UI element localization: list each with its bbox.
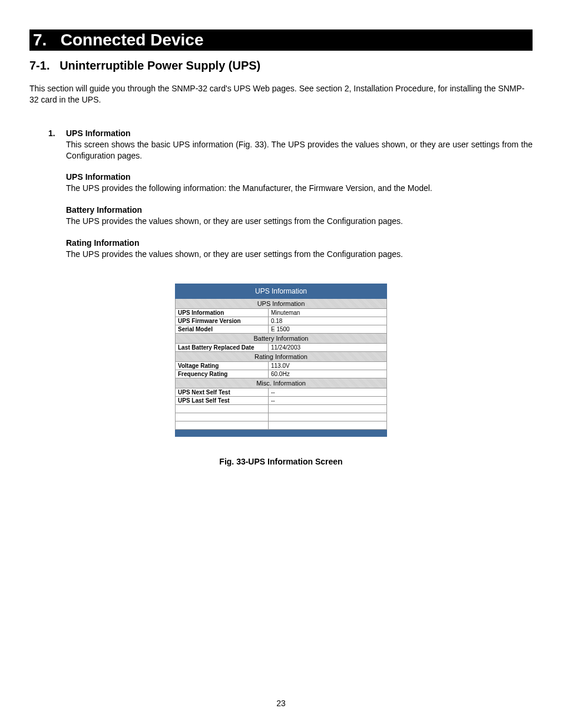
subsection-heading: Battery Information <box>66 205 533 216</box>
table-row: Voltage Rating113.0V <box>176 361 387 370</box>
cell-value <box>268 404 386 413</box>
section-title: Uninterruptible Power Supply (UPS) <box>59 59 260 72</box>
intro-paragraph: This section will guide you through the … <box>29 83 533 106</box>
section-header: 7-1. Uninterruptible Power Supply (UPS) <box>29 59 533 73</box>
cell-value: 113.0V <box>268 361 386 370</box>
cell-key <box>176 413 269 421</box>
cell-value <box>268 413 386 421</box>
table-group-header: Misc. Information <box>176 378 387 388</box>
cell-key: UPS Last Self Test <box>176 396 269 404</box>
list-number: 1. <box>48 128 55 139</box>
cell-key: Last Battery Replaced Date <box>176 343 269 351</box>
table-row: UPS InformationMinuteman <box>176 308 387 317</box>
item-heading: UPS Information <box>66 129 131 138</box>
cell-value: E 1500 <box>268 325 386 333</box>
table-group-header: Battery Information <box>176 333 387 343</box>
cell-value: Minuteman <box>268 308 386 317</box>
cell-value: -- <box>268 396 386 404</box>
cell-value: 11/24/2003 <box>268 343 386 351</box>
table-row <box>176 421 387 429</box>
cell-value: -- <box>268 388 386 396</box>
figure-banner: UPS Information <box>176 284 387 298</box>
figure-caption: Fig. 33-UPS Information Screen <box>29 457 533 466</box>
chapter-number: 7. <box>33 31 47 49</box>
cell-value: 60.0Hz <box>268 370 386 378</box>
section-number: 7-1. <box>29 59 49 72</box>
chapter-title: Connected Device <box>61 31 204 49</box>
table-group-header: UPS Information <box>176 298 387 308</box>
table-row <box>176 413 387 421</box>
cell-key: Frequency Rating <box>176 370 269 378</box>
ups-info-table: UPS Information UPS Information UPS Info… <box>175 284 387 437</box>
cell-key: UPS Next Self Test <box>176 388 269 396</box>
cell-value: 0.18 <box>268 317 386 325</box>
cell-key <box>176 421 269 429</box>
cell-key: Serial Model <box>176 325 269 333</box>
subsection-body: The UPS provides the values shown, or th… <box>66 249 533 260</box>
cell-key <box>176 404 269 413</box>
cell-key: UPS Firmware Version <box>176 317 269 325</box>
subsection-body: The UPS provides the values shown, or th… <box>66 216 533 227</box>
subsection-heading: Rating Information <box>66 238 533 249</box>
table-row <box>176 404 387 413</box>
table-row: Serial ModelE 1500 <box>176 325 387 333</box>
cell-key: UPS Information <box>176 308 269 317</box>
table-row: Last Battery Replaced Date11/24/2003 <box>176 343 387 351</box>
table-row: UPS Firmware Version0.18 <box>176 317 387 325</box>
cell-value <box>268 421 386 429</box>
table-row: UPS Last Self Test-- <box>176 396 387 404</box>
table-row: UPS Next Self Test-- <box>176 388 387 396</box>
page-number: 23 <box>0 699 562 708</box>
subsection-heading: UPS Information <box>66 172 533 183</box>
table-row: Frequency Rating60.0Hz <box>176 370 387 378</box>
table-group-header: Rating Information <box>176 351 387 361</box>
numbered-item: 1. UPS Information This screen shows the… <box>29 128 533 260</box>
figure-footer-bar <box>176 429 387 436</box>
item-body: This screen shows the basic UPS informat… <box>66 139 533 162</box>
figure-wrapper: UPS Information UPS Information UPS Info… <box>29 284 533 437</box>
cell-key: Voltage Rating <box>176 361 269 370</box>
subsection-body: The UPS provides the following informati… <box>66 183 533 194</box>
chapter-header: 7. Connected Device <box>29 29 533 51</box>
